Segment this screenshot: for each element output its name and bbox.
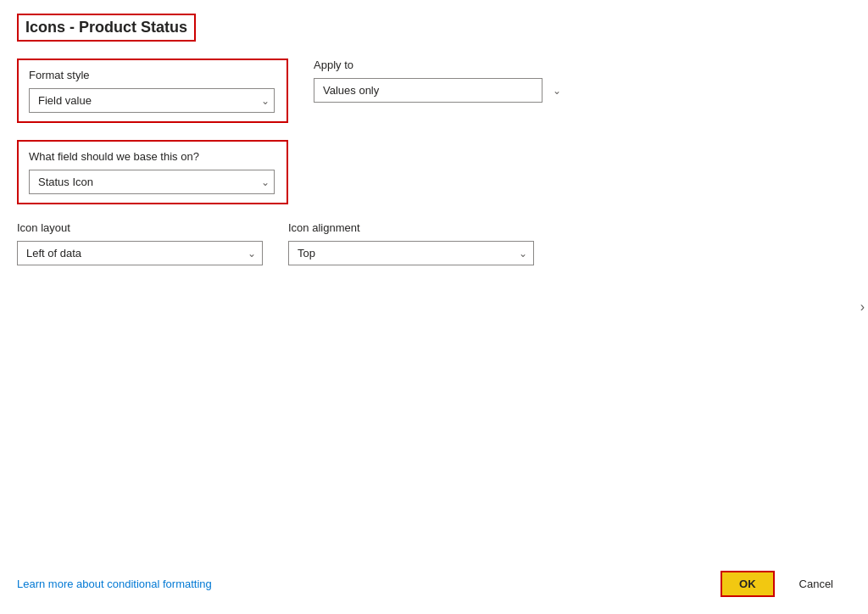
format-style-select-wrapper: Field value Rules Gradient ⌄	[29, 88, 276, 113]
chevron-right-icon[interactable]: ›	[860, 299, 865, 315]
apply-to-chevron-icon: ⌄	[553, 85, 561, 97]
format-style-label: Format style	[29, 69, 276, 81]
apply-to-label: Apply to	[314, 59, 568, 71]
bottom-bar: Learn more about conditional formatting …	[0, 571, 868, 597]
base-field-label: What field should we base this on?	[29, 150, 276, 163]
icon-alignment-label: Icon alignment	[288, 221, 534, 234]
base-field-select[interactable]: Status Icon Product Name Category	[29, 170, 275, 194]
format-style-group: Format style Field value Rules Gradient …	[17, 59, 288, 123]
icon-layout-select-wrapper: Left of data Right of data Above data Be…	[17, 241, 263, 265]
format-style-select[interactable]: Field value Rules Gradient	[29, 88, 275, 113]
row-icon-layout-alignment: Icon layout Left of data Right of data A…	[17, 221, 851, 265]
icon-alignment-group: Icon alignment Top Middle Bottom ⌄	[288, 221, 534, 265]
apply-to-select[interactable]: Values only Values and totals Totals onl…	[314, 78, 542, 103]
icon-alignment-select[interactable]: Top Middle Bottom	[288, 241, 534, 265]
icon-layout-select[interactable]: Left of data Right of data Above data Be…	[17, 241, 263, 265]
button-group: OK Cancel	[721, 571, 851, 597]
base-field-select-wrapper: Status Icon Product Name Category ⌄	[29, 170, 276, 194]
row-base-field: What field should we base this on? Statu…	[17, 140, 851, 204]
learn-more-link[interactable]: Learn more about conditional formatting	[17, 578, 212, 590]
base-field-group: What field should we base this on? Statu…	[17, 140, 288, 204]
dialog-title: Icons - Product Status	[17, 14, 196, 42]
dialog-container: › Icons - Product Status Format style Fi…	[0, 0, 868, 614]
icon-layout-label: Icon layout	[17, 221, 263, 234]
icon-alignment-select-wrapper: Top Middle Bottom ⌄	[288, 241, 534, 265]
apply-to-group: Apply to Values only Values and totals T…	[314, 59, 568, 103]
row-format-apply: Format style Field value Rules Gradient …	[17, 59, 851, 123]
ok-button[interactable]: OK	[721, 571, 775, 597]
icon-layout-group: Icon layout Left of data Right of data A…	[17, 221, 263, 265]
cancel-button[interactable]: Cancel	[782, 572, 851, 596]
apply-to-select-wrapper: Values only Values and totals Totals onl…	[314, 78, 568, 103]
